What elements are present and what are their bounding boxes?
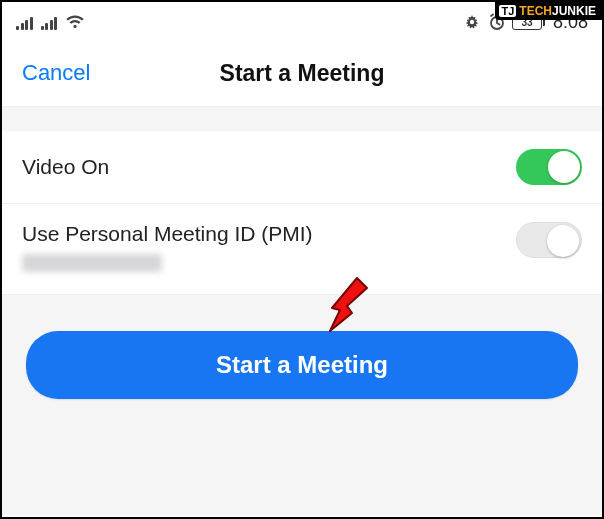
section-spacer — [2, 107, 602, 131]
bottom-area: Start a Meeting — [2, 295, 602, 515]
option-pmi: Use Personal Meeting ID (PMI) — [2, 204, 602, 295]
watermark-junkie: JUNKIE — [552, 4, 596, 18]
page-title: Start a Meeting — [220, 60, 385, 87]
pmi-id-blurred — [22, 254, 162, 272]
svg-point-0 — [470, 20, 474, 24]
pmi-label: Use Personal Meeting ID (PMI) — [22, 222, 313, 246]
pmi-toggle[interactable] — [516, 222, 582, 258]
video-on-toggle[interactable] — [516, 149, 582, 185]
watermark-tech: TECH — [519, 4, 552, 18]
status-left — [16, 14, 85, 30]
watermark-badge: TJ TECHJUNKIE — [495, 2, 602, 20]
nav-header: Cancel Start a Meeting — [2, 38, 602, 107]
watermark-tj: TJ — [499, 5, 516, 17]
video-on-label: Video On — [22, 155, 109, 179]
signal-1-icon — [16, 15, 33, 30]
option-video-on: Video On — [2, 131, 602, 204]
cancel-button[interactable]: Cancel — [22, 60, 90, 86]
wifi-icon — [65, 14, 85, 30]
start-meeting-button[interactable]: Start a Meeting — [26, 331, 578, 399]
eye-icon — [462, 15, 482, 29]
signal-2-icon — [41, 15, 58, 30]
